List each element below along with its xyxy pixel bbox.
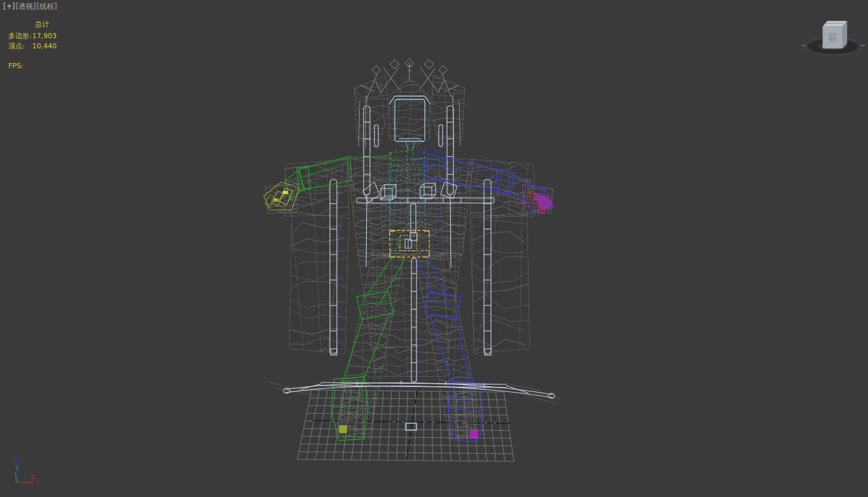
statistics-title: 总计	[35, 20, 57, 30]
statistics-overlay: 总计 多边形: 17,903 顶点: 10,440	[8, 20, 57, 52]
axis-x-label: X	[31, 473, 36, 482]
mesh-region	[363, 161, 461, 241]
world-axis-gizmo: X Z Y	[0, 449, 64, 497]
axis-gizmo-svg: X Z Y	[0, 449, 64, 497]
polygons-label: 多边形:	[8, 31, 32, 41]
mesh-region	[284, 206, 352, 359]
polygons-value: 17,903	[32, 31, 57, 41]
axis-y-label: Y	[15, 465, 20, 473]
mesh-region	[264, 182, 304, 217]
viewcube-svg[interactable]: 前	[796, 14, 868, 64]
scene-svg	[0, 0, 868, 497]
vertices-value: 10,440	[32, 41, 57, 52]
mesh-region	[386, 74, 434, 149]
mesh-region	[464, 213, 533, 360]
right-foot-marker	[471, 431, 478, 438]
vertices-label: 顶点:	[8, 41, 25, 52]
bone-neck	[406, 141, 415, 150]
viewport-label: [+][透视][线框]	[3, 2, 58, 11]
skirt-ring	[283, 381, 555, 398]
mesh-region	[355, 249, 467, 377]
left-foot-marker	[339, 426, 346, 433]
viewport-3d[interactable]: [+][透视][线框] 总计 多边形: 17,903 顶点: 10,440 FP…	[0, 0, 868, 497]
statistics-vertices-row: 顶点: 10,440	[8, 41, 57, 52]
axis-y-line	[15, 473, 17, 482]
fps-label: FPS:	[8, 62, 24, 70]
axis-z-label: Z	[13, 456, 18, 464]
ground-axes	[313, 391, 511, 460]
statistics-polygons-row: 多边形: 17,903	[8, 31, 57, 41]
viewcube-front-label[interactable]: 前	[828, 32, 837, 43]
helper-cube-left	[381, 185, 396, 200]
viewport-menu-expand[interactable]: [+]	[3, 2, 15, 11]
bone-right-hand	[522, 186, 554, 214]
viewport-menu-shading[interactable]: [线框]	[37, 2, 57, 11]
mesh-region	[352, 73, 395, 150]
mesh-region	[427, 72, 471, 149]
viewcube[interactable]: 前	[796, 14, 868, 64]
viewport-menu-view[interactable]: [透视]	[16, 2, 36, 11]
viewcube-tick-right	[860, 45, 865, 46]
viewcube-tick-left	[801, 45, 806, 46]
